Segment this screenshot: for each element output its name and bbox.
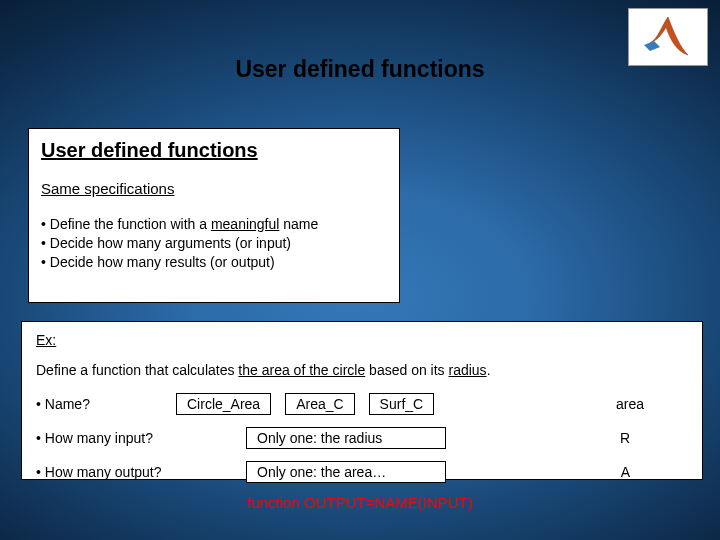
output-answer-box: Only one: the area… bbox=[246, 461, 446, 483]
bullet-2: • Decide how many arguments (or input) bbox=[41, 234, 387, 253]
output-var: A bbox=[621, 464, 630, 480]
input-answer-box: Only one: the radius bbox=[246, 427, 446, 449]
slide-title: User defined functions bbox=[0, 56, 720, 83]
example-label: Ex: bbox=[36, 332, 688, 348]
definitions-box: User defined functions Same specificatio… bbox=[28, 128, 400, 303]
bullet-3: • Decide how many results (or output) bbox=[41, 253, 387, 272]
question-input-row: • How many input? Only one: the radius R bbox=[36, 426, 688, 450]
question-name-label: • Name? bbox=[36, 396, 176, 412]
box1-subtitle: Same specifications bbox=[41, 180, 387, 197]
function-signature: function OUTPUT=NAME(INPUT) bbox=[0, 494, 720, 511]
example-box: Ex: Define a function that calculates th… bbox=[21, 321, 703, 480]
name-option-1: Circle_Area bbox=[176, 393, 271, 415]
name-answer: area bbox=[616, 396, 644, 412]
question-input-label: • How many input? bbox=[36, 430, 176, 446]
name-option-3: Surf_C bbox=[369, 393, 435, 415]
question-output-row: • How many output? Only one: the area… A bbox=[36, 460, 688, 484]
question-name-row: • Name? Circle_Area Area_C Surf_C area bbox=[36, 392, 688, 416]
name-option-2: Area_C bbox=[285, 393, 354, 415]
input-var: R bbox=[620, 430, 630, 446]
box1-bullets: • Define the function with a meaningful … bbox=[41, 215, 387, 272]
question-output-label: • How many output? bbox=[36, 464, 176, 480]
bullet-1: • Define the function with a meaningful … bbox=[41, 215, 387, 234]
box1-title: User defined functions bbox=[41, 139, 387, 162]
example-prompt: Define a function that calculates the ar… bbox=[36, 362, 688, 378]
